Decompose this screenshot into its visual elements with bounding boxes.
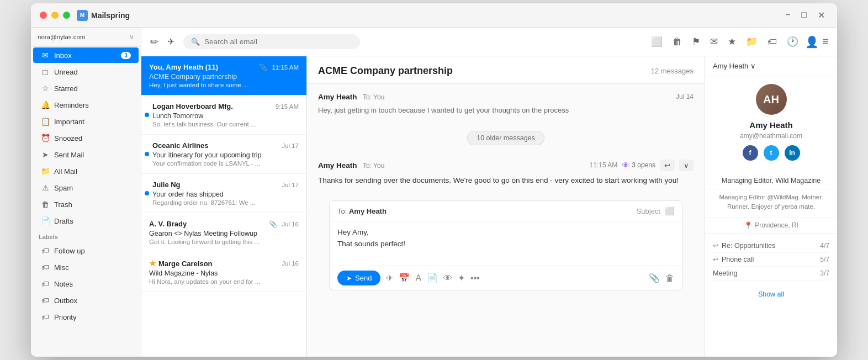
minimize-button[interactable] [51,12,59,19]
sidebar-item-notes[interactable]: 🏷 Notes [33,276,139,292]
email-item[interactable]: You, Amy Heath (11) 📎 11:15 AM ACME Comp… [141,56,306,96]
sidebar-item-misc[interactable]: 🏷 Misc [33,260,139,275]
expand-compose-icon[interactable]: ⬜ [665,207,674,215]
sidebar-item-important[interactable]: 📋 Important [33,114,139,129]
archive-toolbar-icon[interactable]: ⬜ [648,34,666,50]
message-time-area: 11:15 AM 👁 3 opens ↩ ∨ [590,160,694,171]
snippets-icon[interactable]: ✦ [458,273,465,283]
reminders-icon: 🔔 [41,100,50,109]
title-minimize-icon[interactable]: − [782,9,793,22]
message-preview: Hey, just getting in touch because I wan… [318,105,694,116]
sidebar-item-inbox[interactable]: ✉ Inbox 3 [33,47,139,63]
reply-compose-footer: ➤ Send ✈ 📅 A 📄 👁 ✦ ••• [330,266,682,290]
sidebar-item-snoozed[interactable]: ⏰ Snoozed [33,130,139,146]
maximize-button[interactable] [63,12,70,19]
facebook-button[interactable]: f [743,145,758,161]
title-bar-right: − □ ✕ [782,9,828,22]
more-icon[interactable]: ••• [470,273,480,283]
compose-button[interactable]: ✏ [150,36,158,48]
format-icon[interactable]: A [415,273,421,283]
delete-toolbar-icon[interactable]: 🗑 [669,34,685,50]
linkedin-button[interactable]: in [785,145,800,161]
reply-body-line1: Hey Amy, [337,228,674,236]
expand-button[interactable]: ∨ [679,160,694,171]
spam-icon: ⚠ [41,183,50,192]
starred-icon: ☆ [41,84,50,93]
email-subject: Lunch Tomorrow [152,112,299,120]
reply-compose-body[interactable]: Hey Amy, That sounds perfect! [330,221,682,266]
close-button[interactable] [40,12,47,19]
email-item[interactable]: A. V. Brady 📎 Jul 16 Gearon <> Nylas Mee… [141,213,306,252]
folder-toolbar-icon[interactable]: 📁 [743,34,761,50]
email-detail: ACME Company partnership 12 messages Amy… [307,56,705,357]
reply-to-label: To: [337,207,347,215]
email-preview: Got it. Looking forward to getting this … [149,239,299,245]
read-toolbar-icon[interactable]: ✉ [707,34,721,50]
sidebar-label-drafts: Drafts [54,217,131,225]
contact-location: 📍 Providence, RI [705,218,837,234]
discard-draft-icon[interactable]: ✈ [386,273,393,283]
title-maximize-icon[interactable]: □ [798,9,810,22]
sidebar-item-unread[interactable]: ◻ Unread [33,64,139,80]
twitter-button[interactable]: t [764,145,779,161]
send-button[interactable]: ➤ Send [337,271,380,285]
search-input[interactable] [204,38,352,46]
sidebar-item-followup[interactable]: 🏷 Follow up [33,243,139,258]
unread-dot [145,191,149,195]
delete-draft-icon[interactable]: 🗑 [665,273,674,283]
report-toolbar-icon[interactable]: ⚑ [689,34,703,50]
email-item[interactable]: Oceanic Airlines Jul 17 Your itinerary f… [141,135,306,174]
sidebar-item-reminders[interactable]: 🔔 Reminders [33,97,139,113]
show-all-button[interactable]: Show all [705,286,837,303]
sidebar-item-trash[interactable]: 🗑 Trash [33,197,139,212]
older-messages-section: 10 older messages [318,124,694,152]
menu-toolbar-icon[interactable]: ≡ [822,36,828,47]
reply-button[interactable]: ↩ [660,160,675,171]
contact-email: amy@heathmail.com [713,132,829,140]
sidebar-item-all[interactable]: 📁 All Mail [33,163,139,179]
clock-toolbar-icon[interactable]: 🕐 [784,34,802,50]
sidebar-item-starred[interactable]: ☆ Starred [33,81,139,96]
sidebar-item-spam[interactable]: ⚠ Spam [33,180,139,195]
tracking-icon[interactable]: 👁 [443,273,452,283]
older-messages-button[interactable]: 10 older messages [467,131,544,145]
email-detail-body: Amy Heath To: You Jul 14 Hey, just getti… [307,84,705,357]
sidebar-label-priority: Priority [54,313,131,321]
tag-toolbar-icon[interactable]: 🏷 [764,34,780,50]
account-chevron-icon[interactable]: ∨ [129,33,134,41]
attach-icon[interactable]: 📎 [649,273,660,283]
email-sender: Julie Ng [152,181,181,189]
contact-profile: Amy Heath amy@heathmail.com f t in [705,120,837,172]
profile-toolbar-icon[interactable]: 👤 [805,35,819,49]
schedule-icon[interactable]: 📅 [399,273,410,283]
app-logo-icon: M [77,10,88,21]
email-item[interactable]: Julie Ng Jul 17 Your order has shipped R… [141,174,306,213]
attachment-icon: 📎 [259,63,267,71]
email-item[interactable]: Logan Hoverboard Mfg. 9:15 AM Lunch Tomo… [141,96,306,135]
sidebar-label-reminders: Reminders [54,101,131,109]
content-area: You, Amy Heath (11) 📎 11:15 AM ACME Comp… [141,56,837,357]
star-toolbar-icon[interactable]: ★ [724,34,739,50]
sidebar-item-outbox[interactable]: 🏷 Outbox [33,293,139,308]
airplane-mode-button[interactable]: ✈ [167,36,174,47]
search-box[interactable]: 🔍 [183,34,360,49]
email-time: Jul 17 [282,182,299,188]
template-icon[interactable]: 📄 [427,273,438,283]
sidebar-item-drafts[interactable]: 📄 Drafts [33,213,139,229]
sidebar-item-priority[interactable]: 🏷 Priority [33,309,139,325]
email-item[interactable]: ★ Marge Carelson Jul 16 Wild Magazine - … [141,252,306,292]
thread-count: 5/7 [820,256,829,263]
contact-selector[interactable]: Amy Heath ∨ [713,62,756,70]
sidebar-item-sent[interactable]: ➤ Sent Mail [33,147,139,162]
title-bar: M Mailspring − □ ✕ [31,3,837,28]
message-opens: 👁 3 opens [622,161,655,170]
sidebar-label-unread: Unread [54,68,131,76]
inbox-icon: ✉ [41,51,50,60]
title-close-icon[interactable]: ✕ [814,9,828,22]
avatar-image: AH [756,84,787,115]
email-subject: Your order has shipped [152,190,299,198]
contact-threads: ↩ Re: Opportunities 4/7 ↩ Phone call 5/7 [705,234,837,286]
important-icon: 📋 [41,117,50,126]
reply-compose-header: To: Amy Heath Subject ⬜ [330,201,682,221]
reply-subject-placeholder[interactable]: Subject [637,207,660,215]
